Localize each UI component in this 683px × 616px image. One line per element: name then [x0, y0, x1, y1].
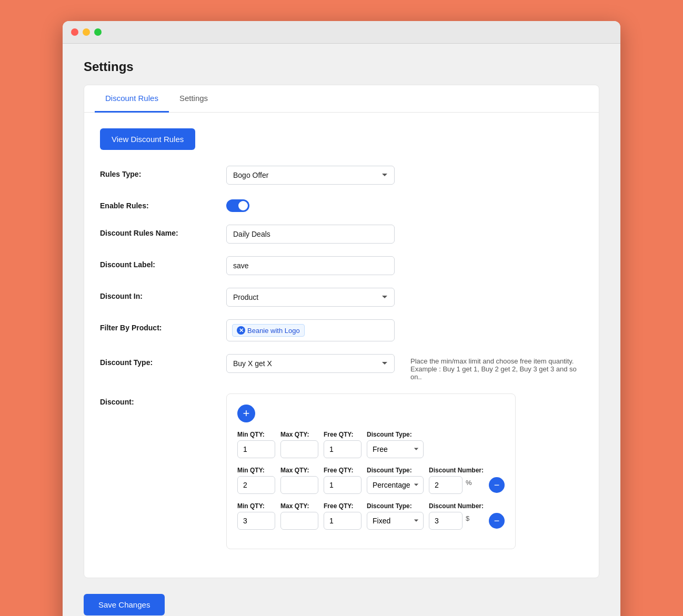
maximize-icon[interactable]	[94, 28, 102, 36]
discount-label-control	[226, 256, 395, 275]
free-qty-label-2: Free QTY:	[324, 467, 361, 474]
rules-type-label: Rules Type:	[100, 166, 226, 178]
max-qty-input-2[interactable]	[280, 476, 318, 494]
max-qty-label-1: Max QTY:	[280, 431, 318, 438]
min-qty-label-3: Min QTY:	[237, 502, 275, 510]
enable-rules-toggle[interactable]	[226, 199, 249, 212]
remove-row-2-button[interactable]: −	[489, 477, 505, 493]
discount-label-row: Discount Label:	[100, 256, 583, 275]
discount-type-field-2: Discount Type: Free Percentage Fixed	[367, 467, 424, 494]
discount-label-input[interactable]	[226, 256, 395, 275]
discount-type-label-1: Discount Type:	[367, 431, 424, 438]
discount-in-row: Discount In: Product Cart	[100, 288, 583, 307]
max-qty-label-2: Max QTY:	[280, 467, 318, 474]
enable-rules-control	[226, 197, 395, 212]
free-qty-input-3[interactable]	[324, 512, 361, 530]
discount-in-control: Product Cart	[226, 288, 395, 307]
discount-number-wrap-3: $	[429, 512, 484, 530]
max-qty-field-1: Max QTY:	[280, 431, 318, 458]
discount-type-select-2[interactable]: Free Percentage Fixed	[367, 476, 424, 494]
free-qty-input-1[interactable]	[324, 440, 361, 458]
discount-type-row: Discount Type: Buy X get X Fixed Percent…	[100, 354, 583, 381]
min-qty-label-1: Min QTY:	[237, 431, 275, 438]
rules-type-row: Rules Type: Bogo Offer Percentage Fixed	[100, 166, 583, 185]
discount-in-select[interactable]: Product Cart	[226, 288, 395, 307]
discount-type-select[interactable]: Buy X get X Fixed Percentage	[226, 354, 395, 373]
main-card: Discount Rules Settings View Discount Ru…	[84, 85, 599, 578]
max-qty-label-3: Max QTY:	[280, 502, 318, 510]
enable-rules-row: Enable Rules:	[100, 197, 583, 212]
discount-type-select-1[interactable]: Free Percentage Fixed	[367, 440, 424, 458]
close-icon[interactable]	[71, 28, 78, 36]
filter-by-product-label: Filter By Product:	[100, 319, 226, 332]
page-title: Settings	[84, 59, 599, 74]
discount-number-label-2: Discount Number:	[429, 467, 484, 474]
discount-label-label: Discount Label:	[100, 256, 226, 269]
tag-field[interactable]: ✕ Beanie with Logo	[226, 319, 395, 341]
enable-rules-label: Enable Rules:	[100, 197, 226, 210]
discount-rules-name-row: Discount Rules Name:	[100, 225, 583, 244]
tag-label: Beanie with Logo	[247, 327, 300, 335]
discount-type-label: Discount Type:	[100, 354, 226, 367]
discount-type-label-3: Discount Type:	[367, 502, 424, 510]
discount-number-input-3[interactable]	[429, 512, 463, 530]
rules-type-control: Bogo Offer Percentage Fixed	[226, 166, 395, 185]
max-qty-input-3[interactable]	[280, 512, 318, 530]
discount-rules-name-control	[226, 225, 395, 244]
min-qty-label-2: Min QTY:	[237, 467, 275, 474]
discount-number-field-3: Discount Number: $	[429, 502, 484, 530]
discount-hint-line2: Example : Buy 1 get 1, Buy 2 get 2, Buy …	[410, 365, 583, 381]
discount-label: Discount:	[100, 393, 226, 406]
tab-discount-rules[interactable]: Discount Rules	[95, 85, 169, 113]
window-content: Settings Discount Rules Settings View Di…	[63, 44, 620, 616]
free-qty-input-2[interactable]	[324, 476, 361, 494]
discount-qty-row-3: Min QTY: Max QTY: Free QTY:	[237, 502, 505, 530]
tab-bar: Discount Rules Settings	[84, 85, 599, 113]
discount-qty-row-2: Min QTY: Max QTY: Free QTY:	[237, 467, 505, 494]
minimize-icon[interactable]	[83, 28, 90, 36]
min-qty-field-2: Min QTY:	[237, 467, 275, 494]
discount-type-control: Buy X get X Fixed Percentage	[226, 354, 395, 373]
remove-row-3-button[interactable]: −	[489, 513, 505, 529]
product-tag: ✕ Beanie with Logo	[232, 324, 305, 337]
app-window: Settings Discount Rules Settings View Di…	[63, 21, 620, 616]
discount-rules-name-input[interactable]	[226, 225, 395, 244]
min-qty-input-1[interactable]	[237, 440, 275, 458]
discount-number-label-3: Discount Number:	[429, 502, 484, 510]
max-qty-field-2: Max QTY:	[280, 467, 318, 494]
free-qty-field-3: Free QTY:	[324, 502, 361, 530]
discount-rules-name-label: Discount Rules Name:	[100, 225, 226, 237]
min-qty-field-1: Min QTY:	[237, 431, 275, 458]
discount-number-input-2[interactable]	[429, 476, 463, 494]
tab-settings[interactable]: Settings	[169, 85, 218, 113]
min-qty-field-3: Min QTY:	[237, 502, 275, 530]
discount-number-wrap-2: %	[429, 476, 484, 494]
discount-type-field-3: Discount Type: Free Percentage Fixed	[367, 502, 424, 530]
free-qty-label-1: Free QTY:	[324, 431, 361, 438]
discount-qty-row-1: Min QTY: Max QTY: Free QTY:	[237, 431, 505, 458]
discount-type-select-3[interactable]: Free Percentage Fixed	[367, 512, 424, 530]
discount-in-label: Discount In:	[100, 288, 226, 300]
save-changes-button[interactable]: Save Changes	[84, 594, 165, 615]
titlebar	[63, 21, 620, 44]
add-discount-row-button[interactable]: +	[237, 405, 255, 422]
toggle-knob	[238, 201, 248, 210]
free-qty-label-3: Free QTY:	[324, 502, 361, 510]
free-qty-field-2: Free QTY:	[324, 467, 361, 494]
discount-row: Discount: + Min QTY: Max QTY:	[100, 393, 583, 549]
discount-hint-line1: Place the min/max limit and choose free …	[410, 357, 583, 365]
discount-number-unit-3: $	[466, 514, 469, 522]
filter-by-product-control: ✕ Beanie with Logo	[226, 319, 395, 341]
discount-number-field-2: Discount Number: %	[429, 467, 484, 494]
max-qty-field-3: Max QTY:	[280, 502, 318, 530]
toggle-wrap	[226, 197, 395, 212]
discount-box: + Min QTY: Max QTY:	[226, 393, 516, 549]
discount-hint: Place the min/max limit and choose free …	[410, 354, 583, 381]
rules-type-select[interactable]: Bogo Offer Percentage Fixed	[226, 166, 395, 185]
view-discount-rules-button[interactable]: View Discount Rules	[100, 128, 195, 150]
tag-remove-button[interactable]: ✕	[237, 326, 245, 335]
max-qty-input-1[interactable]	[280, 440, 318, 458]
min-qty-input-3[interactable]	[237, 512, 275, 530]
min-qty-input-2[interactable]	[237, 476, 275, 494]
discount-type-field-1: Discount Type: Free Percentage Fixed	[367, 431, 424, 458]
